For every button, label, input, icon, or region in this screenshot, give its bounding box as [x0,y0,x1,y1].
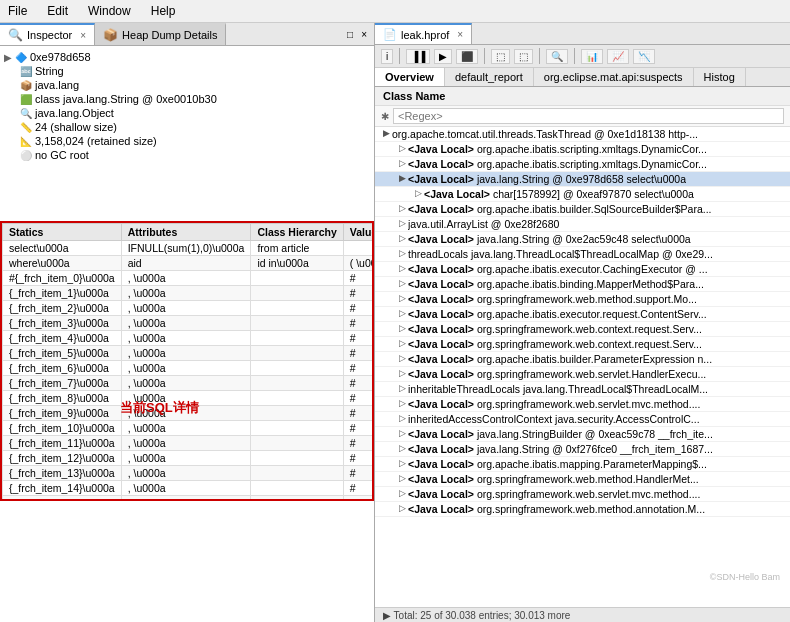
list-item[interactable]: ▷ <Java Local> char[1578992] @ 0xeaf9787… [375,187,790,202]
table-row[interactable]: {_frch_item_1}\u000a, \u000a# [3,286,375,301]
list-item[interactable]: ▷ <Java Local> org.springframework.web.c… [375,322,790,337]
list-item[interactable]: ▷ java.util.ArrayList @ 0xe28f2680 [375,217,790,232]
tab-inspector-close[interactable]: × [80,30,86,41]
toolbar-chart2-btn[interactable]: 📈 [607,49,629,64]
expand-arrow-icon[interactable]: ▷ [399,203,406,213]
th-class-hierarchy[interactable]: Class Hierarchy [251,224,343,241]
class-search-input[interactable] [393,108,784,124]
minimize-btn[interactable]: □ [344,28,356,41]
th-attributes[interactable]: Attributes [121,224,251,241]
table-row[interactable]: {_frch_item_9}\u000a, \u000a# [3,406,375,421]
list-item[interactable]: ▶ org.apache.tomcat.util.threads.TaskThr… [375,127,790,142]
nav-tab-default-report[interactable]: default_report [445,68,534,86]
expand-arrow-icon[interactable]: ▷ [399,308,406,318]
list-item[interactable]: ▷ <Java Local> org.apache.ibatis.executo… [375,262,790,277]
expand-arrow-icon[interactable]: ▷ [399,338,406,348]
list-item[interactable]: ▷ <Java Local> org.springframework.web.c… [375,337,790,352]
list-item[interactable]: ▷ <Java Local> org.apache.ibatis.mapping… [375,457,790,472]
nav-tab-suspects[interactable]: org.eclipse.mat.api:suspects [534,68,694,86]
menu-edit[interactable]: Edit [43,2,72,20]
list-item[interactable]: ▷ <Java Local> org.springframework.web.m… [375,502,790,517]
th-statics[interactable]: Statics [3,224,122,241]
close-btn[interactable]: × [358,28,370,41]
list-item[interactable]: ▷ <Java Local> org.springframework.web.s… [375,397,790,412]
expand-arrow-icon[interactable]: ▷ [399,398,406,408]
table-row[interactable]: {_frch_item_7}\u000a, \u000a# [3,376,375,391]
table-row[interactable]: {_frch_item_15}\u000a, \u000a# [3,496,375,502]
expand-arrow-icon[interactable]: ▷ [399,323,406,333]
table-row[interactable]: {_frch_item_8}\u000a, \u000a# [3,391,375,406]
list-item[interactable]: ▷ <Java Local> org.springframework.web.s… [375,487,790,502]
expand-arrow-icon[interactable]: ▷ [399,353,406,363]
list-item[interactable]: ▷ <Java Local> java.lang.StringBuilder @… [375,427,790,442]
table-row[interactable]: {_frch_item_11}\u000a, \u000a# [3,436,375,451]
tree-item-retained[interactable]: 📐 3,158,024 (retained size) [0,134,374,148]
expand-arrow-icon[interactable]: ▶ [383,128,390,138]
nav-tab-overview[interactable]: Overview [375,68,445,86]
th-value[interactable]: Value [343,224,374,241]
list-item[interactable]: ▷ inheritableThreadLocals java.lang.Thre… [375,382,790,397]
tree-item-address[interactable]: ▶ 🔷 0xe978d658 [0,50,374,64]
menu-help[interactable]: Help [147,2,180,20]
table-row[interactable]: {_frch_item_6}\u000a, \u000a# [3,361,375,376]
list-item[interactable]: ▷ <Java Local> org.springframework.web.m… [375,472,790,487]
expand-arrow-icon[interactable]: ▷ [399,368,406,378]
tree-item-javalang[interactable]: 📦 java.lang [0,78,374,92]
list-item[interactable]: ▷ <Java Local> org.apache.ibatis.builder… [375,202,790,217]
inspector-tree[interactable]: ▶ 🔷 0xe978d658 🔤 String 📦 java.lang 🟩 cl… [0,46,374,221]
class-list[interactable]: ▶ org.apache.tomcat.util.threads.TaskThr… [375,127,790,607]
expand-arrow-icon[interactable]: ▷ [399,218,406,228]
menu-file[interactable]: File [4,2,31,20]
tree-item-shallow[interactable]: 📏 24 (shallow size) [0,120,374,134]
list-item[interactable]: ▷ <Java Local> org.apache.ibatis.scripti… [375,157,790,172]
toolbar-play-btn[interactable]: ▶ [434,49,452,64]
tree-item-string[interactable]: 🔤 String [0,64,374,78]
list-item[interactable]: ▷ <Java Local> org.apache.ibatis.binding… [375,277,790,292]
list-item[interactable]: ▷ <Java Local> org.apache.ibatis.scripti… [375,142,790,157]
table-row[interactable]: {_frch_item_14}\u000a, \u000a# [3,481,375,496]
expand-arrow-icon[interactable]: ▷ [399,458,406,468]
expand-arrow-icon[interactable]: ▷ [399,488,406,498]
tab-hprof-close[interactable]: × [457,29,463,40]
expand-arrow-icon[interactable]: ▷ [399,428,406,438]
expand-arrow-icon[interactable]: ▷ [399,293,406,303]
tree-item-object[interactable]: 🔍 java.lang.Object [0,106,374,120]
expand-arrow-icon[interactable]: ▷ [399,158,406,168]
toolbar-info-btn[interactable]: i [381,49,393,64]
expand-arrow-icon[interactable]: ▷ [399,263,406,273]
expand-arrow-icon[interactable]: ▷ [399,278,406,288]
list-item[interactable]: ▷ <Java Local> org.springframework.web.s… [375,367,790,382]
toolbar-search-btn[interactable]: 🔍 [546,49,568,64]
table-row[interactable]: {_frch_item_13}\u000a, \u000a# [3,466,375,481]
list-item[interactable]: ▷ <Java Local> org.springframework.web.m… [375,292,790,307]
expand-arrow-icon[interactable]: ▷ [399,473,406,483]
list-item[interactable]: ▷ inheritedAccessControlContext java.sec… [375,412,790,427]
expand-arrow-icon[interactable]: ▷ [415,188,422,198]
toolbar-chart1-btn[interactable]: 📊 [581,49,603,64]
expand-arrow-icon[interactable]: ▷ [399,443,406,453]
expand-arrow-icon[interactable]: ▷ [399,233,406,243]
list-item[interactable]: ▷ <Java Local> java.lang.String @ 0xf276… [375,442,790,457]
table-row[interactable]: {_frch_item_5}\u000a, \u000a# [3,346,375,361]
table-row[interactable]: {_frch_item_2}\u000a, \u000a# [3,301,375,316]
list-item[interactable]: ▶ <Java Local> java.lang.String @ 0xe978… [375,172,790,187]
tree-item-class[interactable]: 🟩 class java.lang.String @ 0xe0010b30 [0,92,374,106]
table-row[interactable]: {_frch_item_3}\u000a, \u000a# [3,316,375,331]
toolbar-stop-btn[interactable]: ⬛ [456,49,478,64]
table-row[interactable]: {_frch_item_10}\u000a, \u000a# [3,421,375,436]
table-row[interactable]: {_frch_item_4}\u000a, \u000a# [3,331,375,346]
expand-arrow-icon[interactable]: ▷ [399,248,406,258]
expand-arrow-icon[interactable]: ▷ [399,383,406,393]
list-item[interactable]: ▷ <Java Local> org.apache.ibatis.executo… [375,307,790,322]
tab-inspector[interactable]: 🔍 Inspector × [0,23,95,45]
table-row[interactable]: where\u000aaidid in\u000a( \u000a [3,256,375,271]
table-row[interactable]: #{_frch_item_0}\u000a, \u000a# [3,271,375,286]
table-row[interactable]: select\u000aIFNULL(sum(1),0)\u000afrom a… [3,241,375,256]
list-item[interactable]: ▷ <Java Local> java.lang.String @ 0xe2ac… [375,232,790,247]
list-item[interactable]: ▷ <Java Local> org.apache.ibatis.builder… [375,352,790,367]
expand-arrow-icon[interactable]: ▷ [399,143,406,153]
expand-arrow-icon[interactable]: ▷ [399,413,406,423]
list-item[interactable]: ▷ threadLocals java.lang.ThreadLocal$Thr… [375,247,790,262]
nav-tab-histogram[interactable]: Histog [694,68,746,86]
toolbar-box1-btn[interactable]: ⬚ [491,49,510,64]
